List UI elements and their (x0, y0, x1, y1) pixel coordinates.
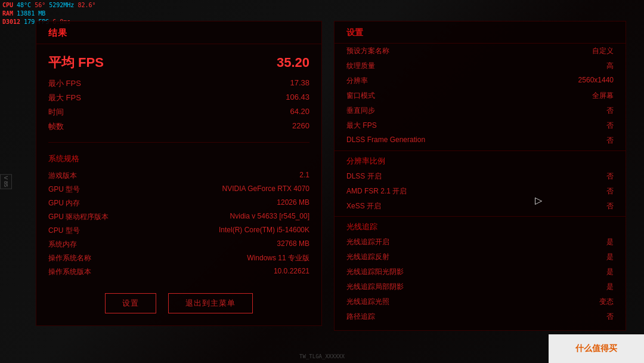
stat-minfps-value: 17.38 (290, 78, 309, 89)
hud-cpu-label: CPU (2, 1, 13, 10)
hud-cpu-freq: 5292MHz (49, 1, 74, 10)
watermark-main-text: 什么值得买 (575, 343, 617, 354)
spec-gameversion-label: 游戏版本 (48, 171, 108, 181)
setting-amd-fsr-value: 否 (606, 186, 614, 196)
setting-rt-on-value: 是 (606, 237, 614, 247)
avg-fps-value: 35.20 (277, 55, 309, 70)
setting-windowmode-value: 全屏幕 (592, 91, 614, 101)
setting-pathtracing-value: 否 (606, 312, 614, 322)
stat-frames-value: 2260 (292, 121, 309, 132)
setting-dlss-fg-value: 否 (606, 136, 614, 146)
settings-panel: 设置 预设方案名称 自定义 纹理质量 高 分辨率 2560x1440 窗口模式 … (334, 21, 626, 331)
hud-cpu-val: 48°C (17, 1, 31, 10)
stat-row-time: 时间 64.20 (36, 105, 321, 119)
hud-d3012-label: D3012 (2, 18, 20, 26)
left-badge: V 85 (0, 174, 12, 189)
setting-resolution-label: 分辨率 (346, 76, 368, 86)
setting-dlss-on-label: DLSS 开启 (346, 171, 382, 182)
setting-resolution-value: 2560x1440 (578, 76, 614, 86)
spec-sysmem-label: 系统内存 (48, 239, 108, 250)
raytracing-section: 光线追踪 (335, 216, 626, 235)
resolution-scale-section: 分辨率比例 (335, 150, 626, 169)
spec-gpumem-label: GPU 内存 (48, 198, 108, 208)
spec-cpu-value: Intel(R) Core(TM) i5-14600K (219, 226, 309, 234)
setting-row-xess: XeSS 开启 否 (335, 199, 626, 214)
spec-row-gpudriver: GPU 驱动程序版本 Nvidia v 54633 [r545_00] (36, 210, 321, 224)
left-badge-text: V 85 (3, 176, 9, 187)
spec-row-osname: 操作系统名称 Windows 11 专业版 (36, 251, 321, 265)
spec-cpu-label: CPU 型号 (48, 226, 108, 236)
setting-row-amd-fsr: AMD FSR 2.1 开启 否 (335, 184, 626, 199)
spec-sysmem-value: 32768 MB (277, 239, 309, 248)
hud-row-cpu: CPU 48°C 56° 5292MHz 82.6° (2, 1, 95, 10)
spec-osname-label: 操作系统名称 (48, 253, 108, 263)
setting-texture-value: 高 (606, 61, 614, 71)
stat-time-value: 64.20 (290, 107, 309, 118)
setting-xess-value: 否 (606, 201, 614, 211)
hud-ram-label: RAM (2, 10, 13, 18)
system-section-title: 系统规格 (36, 151, 321, 169)
setting-row-resolution: 分辨率 2560x1440 (335, 73, 626, 88)
setting-row-rt-sun: 光线追踪阳光阴影 是 (335, 264, 626, 279)
stat-maxfps-value: 106.43 (286, 93, 309, 103)
setting-row-vsync: 垂直同步 否 (335, 103, 626, 118)
setting-rt-local-label: 光线追踪局部阴影 (346, 282, 404, 292)
setting-row-dlss-on: DLSS 开启 否 (335, 169, 626, 184)
bottom-center-text: TW_TLGA_XXXXXX (299, 353, 345, 359)
stat-row-frames: 帧数 2260 (36, 119, 321, 134)
spec-gameversion-value: 2.1 (299, 171, 309, 179)
results-panel-title: 结果 (36, 21, 321, 44)
setting-row-rt-local: 光线追踪局部阴影 是 (335, 279, 626, 294)
setting-rt-reflect-value: 是 (606, 252, 614, 262)
setting-dlss-fg-label: DLSS Frame Generation (346, 136, 425, 146)
exit-button[interactable]: 退出到主菜单 (168, 293, 253, 313)
spec-gpu-value: NVIDIA GeForce RTX 4070 (222, 184, 309, 193)
hud-cpu-sep: 56° (35, 1, 45, 10)
setting-rt-sun-label: 光线追踪阳光阴影 (346, 267, 404, 277)
setting-row-rt-on: 光线追踪开启 是 (335, 235, 626, 250)
setting-vsync-label: 垂直同步 (346, 106, 375, 116)
results-panel: 结果 平均 FPS 35.20 最小 FPS 17.38 最大 FPS 106.… (36, 21, 322, 326)
cursor-icon: ▷ (535, 195, 542, 206)
spec-row-gpu: GPU 型号 NVIDIA GeForce RTX 4070 (36, 183, 321, 196)
spec-row-cpu: CPU 型号 Intel(R) Core(TM) i5-14600K (36, 224, 321, 238)
setting-texture-label: 纹理质量 (346, 61, 375, 71)
stat-time-label: 时间 (48, 107, 64, 118)
setting-row-texture: 纹理质量 高 (335, 59, 626, 73)
setting-row-dlss-fg: DLSS Frame Generation 否 (335, 133, 626, 148)
spec-row-gpumem: GPU 内存 12026 MB (36, 196, 321, 210)
setting-rt-sun-value: 是 (606, 267, 614, 277)
setting-rt-local-value: 是 (606, 282, 614, 292)
setting-row-windowmode: 窗口模式 全屏幕 (335, 88, 626, 103)
watermark-inner: 什么值得买 (575, 343, 617, 354)
setting-preset-label: 预设方案名称 (346, 46, 389, 56)
setting-row-rt-reflect: 光线追踪反射 是 (335, 250, 626, 264)
setting-rt-reflect-label: 光线追踪反射 (346, 252, 389, 262)
hud-cpu-load: 82.6° (78, 1, 95, 10)
stat-maxfps-label: 最大 FPS (48, 93, 81, 103)
settings-panel-title: 设置 (335, 21, 626, 44)
setting-pathtracing-label: 路径追踪 (346, 312, 375, 322)
settings-button[interactable]: 设置 (105, 293, 156, 313)
stat-row-maxfps: 最大 FPS 106.43 (36, 91, 321, 105)
watermark-area: 什么值得买 (549, 334, 644, 363)
avg-fps-label: 平均 FPS (48, 54, 104, 72)
setting-maxfps-label: 最大 FPS (346, 121, 377, 131)
setting-amd-fsr-label: AMD FSR 2.1 开启 (346, 186, 407, 196)
btn-row: 设置 退出到主菜单 (36, 293, 321, 313)
spec-gpu-label: GPU 型号 (48, 184, 108, 195)
setting-windowmode-label: 窗口模式 (346, 91, 375, 101)
spec-gpudriver-label: GPU 驱动程序版本 (48, 212, 109, 222)
avg-fps-row: 平均 FPS 35.20 (36, 44, 321, 76)
spec-gpudriver-value: Nvidia v 54633 [r545_00] (230, 212, 309, 220)
divider-1 (48, 142, 309, 143)
setting-vsync-value: 否 (606, 106, 614, 116)
setting-maxfps-value: 否 (606, 121, 614, 131)
setting-row-pathtracing: 路径追踪 否 (335, 309, 626, 324)
stat-minfps-label: 最小 FPS (48, 78, 81, 89)
setting-row-preset: 预设方案名称 自定义 (335, 44, 626, 59)
setting-rt-lighting-value: 变态 (599, 297, 614, 307)
hud-row-ram: RAM 13881 MB (2, 10, 95, 18)
stat-frames-label: 帧数 (48, 121, 64, 132)
setting-xess-label: XeSS 开启 (346, 201, 381, 211)
